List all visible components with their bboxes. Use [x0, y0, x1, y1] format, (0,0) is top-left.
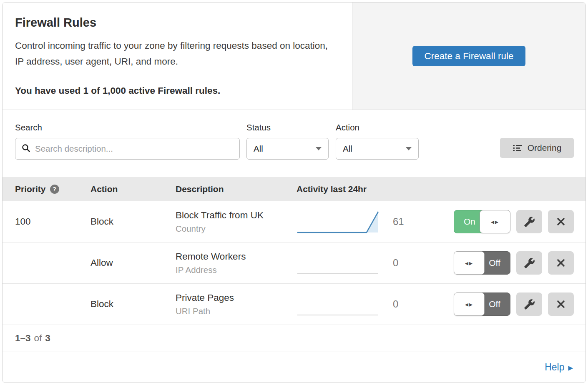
page-title: Firewall Rules	[15, 16, 339, 30]
action-group: Action All	[336, 122, 419, 160]
header-section: Firewall Rules Control incoming traffic …	[3, 2, 585, 110]
create-firewall-rule-button[interactable]: Create a Firewall rule	[412, 46, 526, 66]
page-description: Control incoming traffic to your zone by…	[15, 38, 339, 70]
toggle-handle-icon[interactable]: ◂▸	[454, 251, 485, 275]
toggle-handle-icon[interactable]: ◂▸	[454, 292, 485, 316]
priority-header-label: Priority	[15, 184, 46, 194]
column-action: Action	[90, 184, 176, 194]
table-row: 100 Block Block Traffic from UK Country …	[3, 201, 585, 242]
edit-rule-button[interactable]	[516, 210, 542, 233]
close-icon	[556, 300, 565, 309]
toggle-handle-icon[interactable]: ◂▸	[480, 210, 510, 233]
rule-match-type: IP Address	[176, 265, 297, 275]
pagination-of: of	[34, 333, 42, 344]
wrench-icon	[524, 216, 535, 228]
chevron-down-icon	[316, 147, 322, 150]
column-priority: Priority ?	[15, 184, 90, 194]
delete-rule-button[interactable]	[548, 251, 574, 275]
delete-rule-button[interactable]	[548, 292, 574, 316]
rule-activity: 0 Off ◂▸	[297, 290, 585, 318]
rule-action: Block	[90, 299, 176, 310]
rule-priority: 100	[15, 216, 90, 227]
status-label: Status	[246, 122, 329, 132]
activity-count: 0	[393, 298, 411, 310]
search-group: Search	[15, 122, 240, 160]
wrench-icon	[524, 258, 535, 269]
rule-title: Block Traffic from UK	[176, 210, 297, 221]
activity-count: 0	[393, 257, 411, 269]
firewall-rules-card: Firewall Rules Control incoming traffic …	[2, 2, 586, 383]
usage-summary: You have used 1 of 1,000 active Firewall…	[15, 85, 339, 96]
edit-rule-button[interactable]	[516, 251, 542, 275]
delete-rule-button[interactable]	[548, 210, 574, 233]
table-header-row: Priority ? Action Description Activity l…	[3, 177, 585, 201]
help-link-label: Help	[545, 362, 564, 373]
edit-rule-button[interactable]	[516, 292, 542, 316]
activity-sparkline	[297, 249, 382, 277]
help-row: Help ▶	[3, 352, 585, 382]
filter-bar: Search Status All Action All	[3, 110, 585, 177]
close-icon	[556, 217, 565, 226]
table-row: Block Private Pages URI Path 0 Off ◂▸	[3, 284, 585, 325]
pagination-summary: 1–3 of 3	[3, 325, 585, 352]
action-label: Action	[336, 122, 419, 132]
action-selected-value: All	[343, 144, 352, 154]
close-icon	[556, 258, 565, 268]
chevron-down-icon	[406, 147, 412, 150]
rule-match-type: Country	[176, 224, 297, 234]
activity-count: 61	[393, 216, 411, 228]
header-action-panel: Create a Firewall rule	[352, 2, 585, 110]
action-select[interactable]: All	[336, 138, 419, 160]
rule-description: Block Traffic from UK Country	[176, 210, 297, 234]
table-row: Allow Remote Workers IP Address 0 Off ◂▸	[3, 242, 585, 284]
column-activity: Activity last 24hr	[297, 184, 585, 194]
enable-toggle[interactable]: Off ◂▸	[454, 251, 510, 275]
help-link[interactable]: Help ▶	[545, 362, 573, 373]
pagination-range: 1–3	[15, 333, 31, 344]
wrench-icon	[524, 299, 535, 310]
rule-match-type: URI Path	[176, 306, 297, 316]
enable-toggle[interactable]: Off ◂▸	[454, 292, 510, 316]
status-select[interactable]: All	[246, 138, 329, 160]
rule-title: Remote Workers	[176, 251, 297, 262]
ordering-button-label: Ordering	[528, 143, 562, 153]
activity-sparkline	[297, 290, 382, 318]
column-description: Description	[176, 184, 297, 194]
search-icon	[21, 143, 31, 155]
rule-action: Allow	[90, 258, 176, 268]
rule-activity: 0 Off ◂▸	[297, 249, 585, 277]
rule-title: Private Pages	[176, 292, 297, 303]
status-selected-value: All	[254, 144, 263, 154]
search-label: Search	[15, 122, 240, 132]
arrow-right-icon: ▶	[568, 364, 573, 372]
enable-toggle[interactable]: On ◂▸	[454, 210, 510, 233]
rule-description: Remote Workers IP Address	[176, 251, 297, 275]
ordering-button[interactable]: Ordering	[500, 138, 574, 158]
search-box[interactable]	[15, 138, 240, 160]
list-ordering-icon	[513, 144, 523, 152]
activity-sparkline	[297, 208, 382, 236]
pagination-total: 3	[45, 333, 50, 344]
rule-action: Block	[90, 216, 176, 227]
header-text-block: Firewall Rules Control incoming traffic …	[3, 2, 352, 110]
status-group: Status All	[246, 122, 329, 160]
search-input[interactable]	[35, 144, 234, 154]
rule-activity: 61 On ◂▸	[297, 208, 585, 236]
rule-description: Private Pages URI Path	[176, 292, 297, 316]
priority-help-icon[interactable]: ?	[50, 185, 59, 194]
